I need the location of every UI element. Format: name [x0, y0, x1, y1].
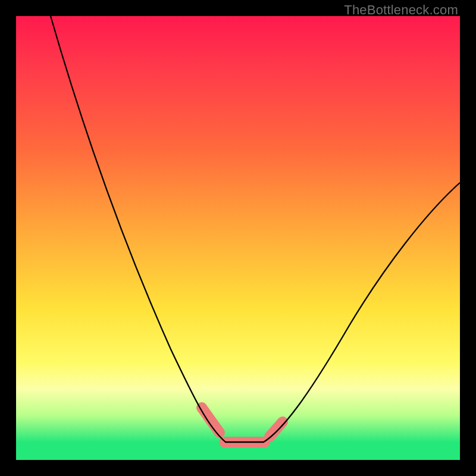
watermark-text: TheBottleneck.com — [344, 2, 458, 18]
plot-area — [16, 16, 460, 460]
bottleneck-curve — [51, 16, 460, 442]
chart-frame: TheBottleneck.com — [0, 0, 476, 476]
highlight-right — [270, 422, 283, 437]
chart-svg — [16, 16, 460, 460]
highlight-left — [202, 408, 220, 433]
